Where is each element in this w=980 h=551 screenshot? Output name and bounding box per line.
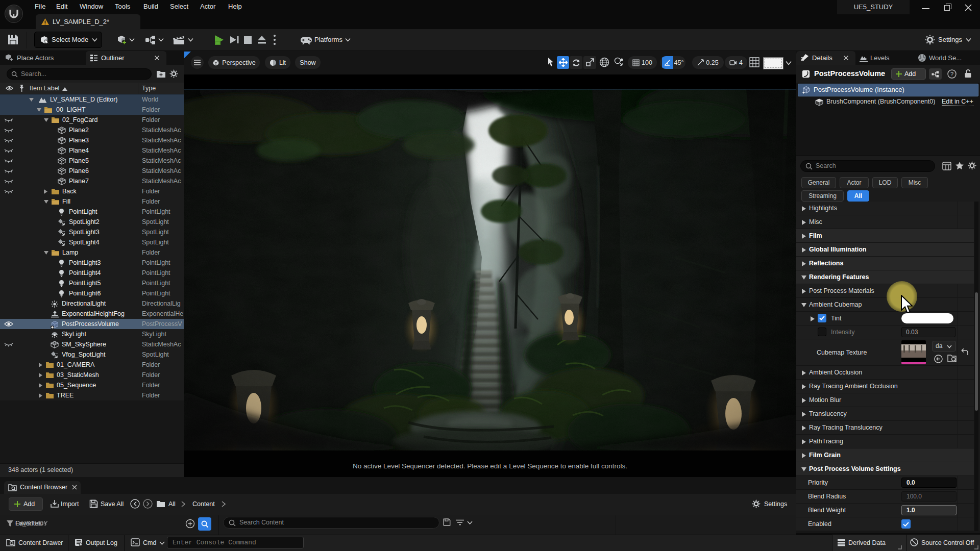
svg-text:?: ? xyxy=(950,71,953,77)
